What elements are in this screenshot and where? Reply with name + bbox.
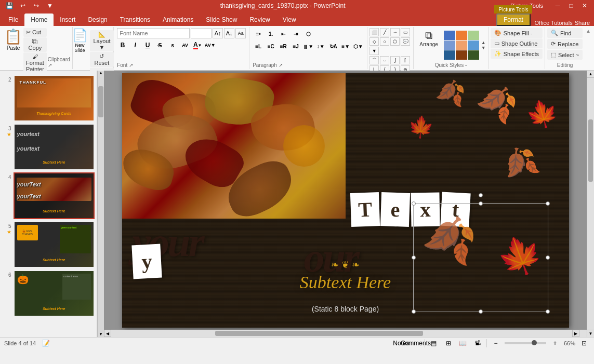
bold-btn[interactable]: B bbox=[117, 39, 128, 51]
increase-indent-btn[interactable]: ⇥ bbox=[290, 28, 301, 39]
tab-slideshow[interactable]: Slide Show bbox=[200, 14, 243, 26]
shape-pentagon[interactable]: ⬠ bbox=[390, 37, 400, 46]
tab-home[interactable]: Home bbox=[24, 14, 54, 26]
h-scroll-track[interactable] bbox=[111, 330, 572, 337]
reading-view-btn[interactable]: 📖 bbox=[457, 339, 469, 348]
slide-thumb-2[interactable]: THANKFUL Thanksgiving Cards bbox=[14, 75, 95, 122]
slide-thumb-6[interactable]: 🎃 content area Subtext Here bbox=[14, 270, 95, 317]
close-button[interactable]: ✕ bbox=[579, 1, 590, 10]
shape-2[interactable]: ⌒ bbox=[369, 56, 379, 64]
redo-button[interactable]: ↪ bbox=[31, 1, 42, 10]
strikethrough-btn[interactable]: S̶ bbox=[154, 39, 166, 51]
shapes-more[interactable]: ▼ bbox=[369, 47, 379, 55]
quick-styles-arrow[interactable]: ▲▼ bbox=[481, 28, 486, 62]
slide-thumb-3[interactable]: yourtext yourtext Subtext Here bbox=[14, 124, 95, 170]
cut-button[interactable]: ✂ Cut bbox=[23, 28, 47, 37]
shape-circle[interactable]: ○ bbox=[380, 37, 389, 46]
italic-btn[interactable]: I bbox=[129, 39, 141, 51]
shapes-grid[interactable]: ⬜ bbox=[369, 28, 379, 36]
select-button[interactable]: ⬚ Select ~ bbox=[547, 50, 583, 60]
find-button[interactable]: 🔍 Find bbox=[547, 28, 583, 38]
zoom-out-btn[interactable]: − bbox=[490, 339, 501, 348]
decrease-indent-btn[interactable]: ⇤ bbox=[278, 28, 289, 39]
shape-5[interactable]: ⌈ bbox=[401, 56, 410, 64]
layout-button[interactable]: 📐 Layout ▼ bbox=[90, 30, 114, 51]
share-button[interactable]: Share bbox=[575, 20, 590, 26]
quick-styles-palette[interactable] bbox=[444, 31, 479, 60]
customize-quick-access[interactable]: ▼ bbox=[45, 1, 55, 10]
shape-effects-button[interactable]: ✨ Shape Effects bbox=[491, 49, 543, 59]
smartart-btn[interactable]: ⬡ bbox=[302, 28, 314, 39]
ribbon-collapse-btn[interactable]: ▲ bbox=[586, 28, 591, 34]
shape-4[interactable]: ∫ bbox=[390, 56, 400, 64]
slide-thumb-5[interactable]: 🎃 GIVETHANKS green content Subtext Here bbox=[14, 221, 95, 268]
align-left-btn[interactable]: ≡L bbox=[253, 41, 264, 52]
panel-scroll-thumb[interactable] bbox=[98, 86, 103, 117]
shape-fill-button[interactable]: 🎨 Shape Fill - bbox=[491, 28, 543, 38]
h-scroll-thumb[interactable] bbox=[215, 331, 423, 336]
scroll-right-btn[interactable]: ▶ bbox=[572, 330, 579, 337]
minimize-button[interactable]: ─ bbox=[552, 1, 563, 10]
tab-design[interactable]: Design bbox=[82, 14, 113, 26]
clear-formatting-btn[interactable]: Aa bbox=[235, 28, 246, 38]
scroll-up-btn[interactable]: ▲ bbox=[587, 71, 594, 78]
slide-thumb-4[interactable]: yourText yourText Subtext Here bbox=[14, 172, 95, 219]
v-scroll-track[interactable] bbox=[587, 78, 594, 330]
save-button[interactable]: 💾 bbox=[4, 1, 15, 10]
zoom-thumb[interactable] bbox=[532, 340, 537, 345]
panel-scroll-up[interactable]: ▲ bbox=[98, 71, 104, 76]
slide-panel-scrollbar[interactable]: ▲ ▼ bbox=[97, 71, 104, 337]
columns-btn[interactable]: ⫼▼ bbox=[302, 41, 314, 52]
align-center-btn[interactable]: ≡C bbox=[265, 41, 276, 52]
shape-outline-button[interactable]: ▭ Shape Outline bbox=[491, 38, 543, 48]
shape-callout[interactable]: 💬 bbox=[401, 37, 410, 46]
convert-to-smartart-btn[interactable]: ⬡▼ bbox=[352, 41, 364, 52]
horizontal-scrollbar[interactable]: ◀ ▶ bbox=[104, 330, 587, 337]
zoom-in-btn[interactable]: + bbox=[549, 339, 561, 348]
office-tutorials-link[interactable]: Office Tutorials bbox=[534, 20, 572, 26]
font-name-input[interactable] bbox=[117, 28, 190, 38]
shape-rect[interactable]: ▭ bbox=[401, 28, 410, 36]
slide-notes-icon[interactable]: 📝 bbox=[40, 339, 51, 348]
scroll-down-btn[interactable]: ▼ bbox=[587, 330, 594, 337]
normal-view-btn[interactable]: ▤ bbox=[428, 339, 440, 348]
format-painter-button[interactable]: 🖌 Format Painter bbox=[23, 52, 47, 73]
font-size-input[interactable] bbox=[191, 28, 212, 38]
numbering-btn[interactable]: 1. bbox=[265, 28, 276, 39]
slide-sorter-btn[interactable]: ⊞ bbox=[443, 339, 454, 348]
text-direction-btn[interactable]: ↻A bbox=[327, 41, 339, 52]
shape-arrow[interactable]: → bbox=[390, 28, 400, 36]
comments-button[interactable]: Comments bbox=[410, 339, 421, 348]
panel-scroll-down[interactable]: ▼ bbox=[98, 332, 104, 337]
undo-button[interactable]: ↩ bbox=[18, 1, 28, 10]
paste-button[interactable]: 📋 Paste bbox=[4, 28, 22, 68]
justify-btn[interactable]: ≡J bbox=[290, 41, 301, 52]
fit-to-window-btn[interactable]: ⊡ bbox=[578, 339, 590, 348]
align-right-btn[interactable]: ≡R bbox=[278, 41, 289, 52]
tab-insert[interactable]: Insert bbox=[54, 14, 82, 26]
reset-button[interactable]: ↺ Reset bbox=[90, 52, 114, 67]
char-spacing-btn[interactable]: AV▼ bbox=[204, 39, 216, 51]
shadow-btn[interactable]: s bbox=[167, 39, 178, 51]
tab-file[interactable]: File bbox=[2, 14, 24, 26]
scroll-left-btn[interactable]: ◀ bbox=[104, 330, 111, 337]
shape-diamond[interactable]: ◇ bbox=[369, 37, 379, 46]
shape-line[interactable]: ╱ bbox=[380, 28, 389, 36]
vertical-scrollbar[interactable]: ▲ ▼ bbox=[587, 71, 594, 337]
align-text-btn[interactable]: ≡▼ bbox=[340, 41, 351, 52]
rotate-handle[interactable] bbox=[479, 193, 483, 197]
tab-review[interactable]: Review bbox=[243, 14, 276, 26]
replace-button[interactable]: ⟳ Replace bbox=[547, 39, 583, 49]
tab-view[interactable]: View bbox=[276, 14, 302, 26]
shape-3[interactable]: ⌣ bbox=[380, 56, 389, 64]
maximize-button[interactable]: □ bbox=[566, 1, 576, 10]
underline-btn[interactable]: U bbox=[142, 39, 153, 51]
decrease-font-btn[interactable]: A↓ bbox=[224, 28, 234, 38]
copy-button[interactable]: ⿻ Copy bbox=[23, 37, 47, 52]
selection-handles[interactable]: 🍂 🍁 bbox=[413, 203, 548, 312]
tab-animations[interactable]: Animations bbox=[156, 14, 200, 26]
presenter-view-btn[interactable]: 📽 bbox=[472, 339, 483, 348]
bullets-btn[interactable]: ≡• bbox=[253, 28, 264, 39]
slide-content[interactable]: 🍂 🍁 🍂 🍂 🍁 your T e x bbox=[122, 73, 569, 328]
zoom-slider[interactable] bbox=[505, 342, 546, 344]
